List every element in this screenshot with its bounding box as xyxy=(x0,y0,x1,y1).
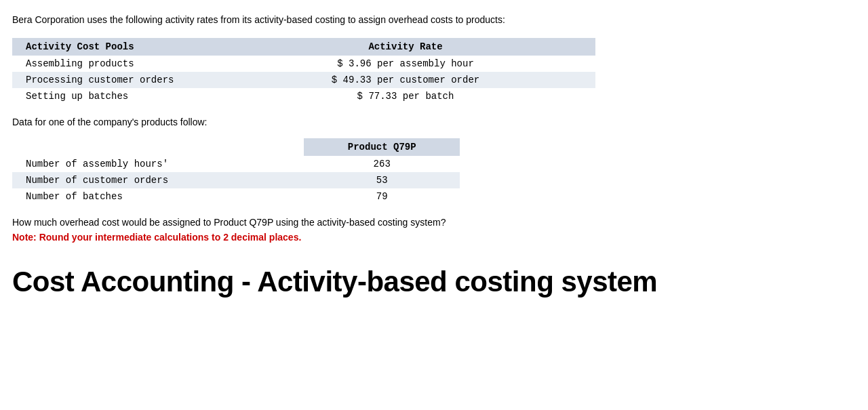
table-row: Number of customer orders 53 xyxy=(12,172,460,188)
question-paragraph: How much overhead cost would be assigned… xyxy=(12,217,848,228)
footer-title: Cost Accounting - Activity-based costing… xyxy=(12,266,657,298)
table2-header-product: Product Q79P xyxy=(304,138,460,156)
pool-processing: Processing customer orders xyxy=(12,72,216,88)
label-batches: Number of batches xyxy=(12,188,304,205)
label-customer-orders: Number of customer orders xyxy=(12,172,304,188)
table-row: Processing customer orders $ 49.33 per c… xyxy=(12,72,595,88)
pool-assembling: Assembling products xyxy=(12,56,216,72)
intro-paragraph: Bera Corporation uses the following acti… xyxy=(12,14,848,27)
data-intro-paragraph: Data for one of the company's products f… xyxy=(12,117,848,127)
table-row: Number of assembly hours' 263 xyxy=(12,156,460,172)
table1-header-rate: Activity Rate xyxy=(216,38,595,56)
pool-setting-up: Setting up batches xyxy=(12,88,216,104)
table-row: Assembling products $ 3.96 per assembly … xyxy=(12,56,595,72)
value-batches: 79 xyxy=(304,188,460,205)
footer-banner: Cost Accounting - Activity-based costing… xyxy=(12,259,848,298)
label-assembly-hours: Number of assembly hours' xyxy=(12,156,304,172)
rate-processing: $ 49.33 per customer order xyxy=(216,72,595,88)
table-row: Setting up batches $ 77.33 per batch xyxy=(12,88,595,104)
rate-assembling: $ 3.96 per assembly hour xyxy=(216,56,595,72)
rate-setting-up: $ 77.33 per batch xyxy=(216,88,595,104)
product-data-table: Product Q79P Number of assembly hours' 2… xyxy=(12,138,460,205)
table-row: Number of batches 79 xyxy=(12,188,460,205)
activity-rates-table: Activity Cost Pools Activity Rate Assemb… xyxy=(12,38,595,104)
table1-header-pools: Activity Cost Pools xyxy=(12,38,216,56)
value-customer-orders: 53 xyxy=(304,172,460,188)
note-paragraph: Note: Round your intermediate calculatio… xyxy=(12,232,848,243)
value-assembly-hours: 263 xyxy=(304,156,460,172)
